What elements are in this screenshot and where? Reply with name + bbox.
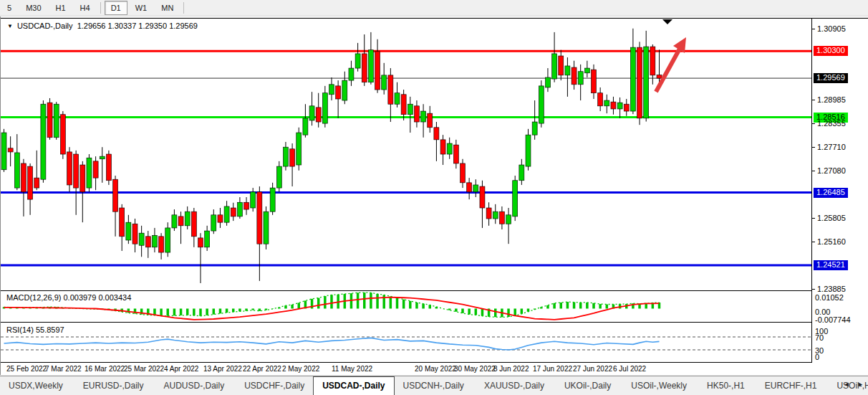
candle-bullish — [100, 156, 105, 159]
candle-bearish — [499, 211, 504, 224]
candle-bullish — [552, 54, 557, 79]
candle-bullish — [506, 215, 511, 224]
indicator-axis-label: 0.01052 — [815, 294, 844, 302]
chart-shift-marker-icon[interactable] — [662, 19, 672, 24]
price-axis[interactable]: 1.309051.303001.295691.289851.285161.283… — [812, 19, 868, 375]
axis-tick — [812, 289, 815, 290]
symbol-tab-xauusd-daily[interactable]: XAUUSD-,Daily — [476, 376, 553, 395]
candle-bearish — [60, 115, 65, 154]
candle-bearish — [375, 52, 380, 90]
candle-bearish — [218, 215, 223, 222]
timeframe-button-w1[interactable]: W1 — [129, 1, 154, 15]
date-label: 6 Jul 2022 — [613, 365, 646, 373]
candle-bullish — [355, 54, 360, 68]
timeframe-button-h1[interactable]: H1 — [49, 1, 72, 15]
axis-tick — [812, 242, 815, 242]
symbol-tab-usdcad-daily[interactable]: USDCAD-,Daily — [313, 376, 394, 395]
main-price-chart[interactable] — [1, 18, 811, 291]
price-badge-black: 1.29569 — [814, 73, 848, 83]
symbol-tab-usdcnh-daily[interactable]: USDCNH-,Daily — [395, 376, 473, 395]
candle-bullish — [41, 104, 46, 179]
date-label: 27 Jun 2022 — [573, 365, 612, 373]
candle-bearish — [611, 102, 616, 109]
candle-bullish — [283, 147, 288, 166]
symbol-tab-ukoil-daily[interactable]: UKOil-,Daily — [556, 376, 619, 395]
symbol-tab-eurusd-daily[interactable]: EURUSD-,Daily — [74, 376, 153, 395]
candle-bullish — [54, 104, 59, 138]
candle-bullish — [539, 86, 544, 123]
timeframe-button-m30[interactable]: M30 — [19, 1, 47, 15]
price-tick-label: 1.28355 — [817, 119, 846, 128]
candle-bullish — [205, 231, 210, 247]
axis-tick — [812, 100, 815, 100]
candle-bearish — [486, 208, 491, 219]
indicator-axis-label: 70 — [815, 334, 824, 342]
candle-bearish — [467, 183, 472, 192]
candle-bullish — [408, 104, 413, 114]
candle-bullish — [493, 211, 498, 219]
symbol-tab-usdchf-daily[interactable]: USDCHF-,Daily — [236, 376, 313, 395]
candle-bearish — [290, 149, 295, 166]
candle-bearish — [231, 208, 236, 216]
price-tick-label: 1.25160 — [817, 237, 846, 246]
candle-bearish — [93, 161, 98, 178]
date-label: 2 May 2022 — [282, 365, 319, 373]
candle-bullish — [126, 222, 131, 240]
price-badge-red: 1.30300 — [814, 46, 848, 56]
candle-bearish — [145, 237, 150, 247]
candle-bearish — [178, 216, 183, 226]
candle-bullish — [251, 192, 256, 208]
candle-bullish — [617, 103, 622, 109]
candle-bullish — [322, 93, 327, 123]
candle-bearish — [8, 148, 13, 152]
symbol-tab-audusd-daily[interactable]: AUDUSD-,Daily — [155, 376, 233, 395]
candle-bearish — [74, 154, 79, 188]
timeframe-button-d1[interactable]: D1 — [105, 1, 127, 15]
candle-bullish — [447, 143, 452, 154]
symbol-tab-eurchf-h1[interactable]: EURCHF-,H1 — [756, 376, 826, 395]
candle-bullish — [604, 100, 609, 106]
candle-bullish — [14, 153, 19, 188]
symbol-tab-hk50-h1[interactable]: HK50-,H1 — [698, 376, 753, 395]
candle-bullish — [644, 47, 649, 118]
candle-bearish — [67, 152, 72, 185]
price-badge-blue: 1.26485 — [814, 188, 848, 198]
toolbar-separator — [100, 2, 101, 14]
candle-bearish — [592, 70, 597, 93]
timeframe-button-mn[interactable]: MN — [155, 1, 180, 15]
tab-scroll-arrows[interactable]: ◄ ► — [844, 381, 867, 388]
indicator-axis-label: 0 — [815, 353, 819, 361]
candle-bearish — [480, 186, 485, 208]
candle-bearish — [657, 75, 662, 78]
candle-bearish — [159, 237, 164, 252]
candle-bullish — [224, 206, 229, 222]
date-label: 17 Jun 2022 — [533, 365, 572, 373]
symbol-tab-bar: USDX,WeeklyEURUSD-,DailyAUDUSD-,DailyUSD… — [0, 376, 868, 395]
timeframe-button-5[interactable]: 5 — [1, 1, 18, 15]
timeframe-button-h4[interactable]: H4 — [74, 1, 97, 15]
candle-bullish — [185, 211, 190, 226]
symbol-tab-usoil-weekly[interactable]: USOil-,Weekly — [622, 376, 695, 395]
candle-bullish — [368, 50, 373, 82]
rsi-line — [4, 338, 660, 350]
indicator-axis-label: -0.007744 — [815, 316, 851, 324]
axis-tick — [812, 123, 815, 124]
candle-bearish — [434, 128, 439, 140]
candle-bullish — [139, 233, 144, 245]
candle-bearish — [257, 192, 262, 244]
candle-bullish — [532, 122, 537, 135]
candle-bearish — [244, 202, 249, 209]
candle-bearish — [624, 104, 629, 111]
candle-bearish — [414, 106, 419, 122]
candle-bearish — [113, 179, 118, 211]
date-axis[interactable]: 25 Feb 20227 Mar 202216 Mar 202225 Mar 2… — [1, 363, 811, 375]
symbol-tab-usdx-weekly[interactable]: USDX,Weekly — [0, 376, 72, 395]
axis-tick — [812, 171, 815, 171]
candle-bullish — [152, 235, 157, 247]
candle-bullish — [270, 188, 275, 211]
candle-bearish — [47, 103, 52, 138]
candle-bullish — [237, 202, 242, 216]
candle-bullish — [630, 47, 635, 111]
candle-bullish — [211, 215, 216, 231]
date-label: 25 Feb 2022 — [6, 365, 47, 373]
